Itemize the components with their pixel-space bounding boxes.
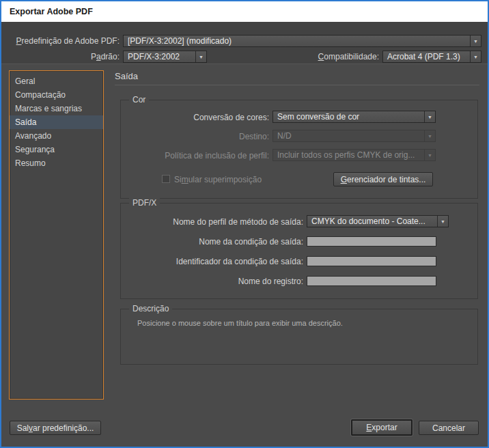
chevron-down-icon: ▼ (437, 216, 448, 227)
chevron-down-icon: ▼ (470, 51, 481, 62)
pdfx-group-legend: PDF/X (129, 198, 160, 208)
chevron-down-icon: ▼ (195, 51, 206, 62)
adobe-pdf-preset-select[interactable]: [PDF/X-3:2002] (modificado) ▼ (123, 35, 481, 47)
registry-name-label: Nome do registro: (128, 275, 303, 288)
standard-select[interactable]: PDF/X-3:2002 ▼ (123, 51, 207, 63)
simulate-overprint-label: Simular superimposição (174, 173, 262, 186)
standard-value: PDF/X-3:2002 (124, 51, 195, 62)
save-preset-button[interactable]: Salvar predefinição... (10, 421, 101, 435)
output-intent-profile-select[interactable]: CMYK do documento - Coate... ▼ (307, 215, 449, 227)
profile-inclusion-policy-select: Incluir todos os perfis CMYK de orig... … (273, 149, 436, 161)
chevron-down-icon: ▼ (424, 150, 435, 160)
sidebar-item-seguranca[interactable]: Segurança (10, 143, 103, 156)
dialog-titlebar: Exportar Adobe PDF (1, 1, 488, 22)
color-group: Cor Conversão de cores: Sem conversão de… (120, 100, 478, 199)
destination-select: N/D ▼ (273, 130, 436, 142)
cancel-button[interactable]: Cancelar (419, 421, 479, 435)
section-divider (115, 85, 479, 85)
sidebar-item-resumo[interactable]: Resumo (10, 156, 103, 170)
compatibility-value: Acrobat 4 (PDF 1.3) (383, 51, 470, 62)
sidebar-item-geral[interactable]: Geral (10, 74, 103, 88)
color-group-legend: Cor (129, 95, 149, 105)
sidebar-item-saida[interactable]: Saída (10, 115, 103, 129)
compatibility-select[interactable]: Acrobat 4 (PDF 1.3) ▼ (382, 51, 481, 63)
sidebar-item-avancado[interactable]: Avançado (10, 129, 103, 143)
profile-inclusion-policy-value: Incluir todos os perfis CMYK de orig... (273, 150, 424, 160)
output-condition-id-label: Identificador da condição de saída: (128, 255, 303, 268)
output-condition-name-label: Nome da condição de saída: (128, 236, 303, 248)
preset-label: Predefinição de Adobe PDF: (7, 35, 120, 47)
destination-label: Destino: (128, 130, 269, 143)
description-group-legend: Descrição (129, 304, 172, 314)
settings-category-list: Geral Compactação Marcas e sangrias Saíd… (9, 70, 104, 400)
description-text: Posicione o mouse sobre um título para e… (137, 319, 343, 327)
chevron-down-icon: ▼ (470, 36, 481, 46)
simulate-overprint-checkbox (162, 175, 170, 183)
ink-manager-button[interactable]: Gerenciador de tintas... (333, 172, 433, 186)
color-conversion-select[interactable]: Sem conversão de cor ▼ (273, 111, 436, 123)
output-condition-name-input[interactable] (307, 236, 436, 247)
output-intent-profile-value: CMYK do documento - Coate... (307, 216, 437, 227)
output-intent-profile-label: Nome do perfil de método de saída: (128, 216, 303, 228)
dialog-title: Exportar Adobe PDF (10, 1, 93, 22)
export-button[interactable]: Exportar (351, 419, 413, 436)
chevron-down-icon: ▼ (424, 130, 435, 141)
color-conversion-label: Conversão de cores: (128, 111, 269, 124)
adobe-pdf-preset-value: [PDF/X-3:2002] (modificado) (124, 36, 470, 46)
pdfx-group: PDF/X Nome do perfil de método de saída:… (120, 203, 478, 299)
sidebar-item-compactacao[interactable]: Compactação (10, 88, 103, 102)
export-pdf-dialog: Exportar Adobe PDF Predefinição de Adobe… (0, 0, 489, 448)
description-group: Descrição Posicione o mouse sobre um tít… (120, 309, 478, 365)
chevron-down-icon: ▼ (424, 111, 435, 122)
profile-inclusion-policy-label: Política de inclusão de perfil: (128, 150, 269, 162)
registry-name-input[interactable] (307, 276, 436, 286)
output-condition-id-input[interactable] (307, 256, 436, 266)
destination-value: N/D (273, 130, 424, 141)
compatibility-label: Compatibilidade: (273, 51, 379, 63)
standard-label: Padrão: (7, 51, 120, 63)
sidebar-item-marcas-e-sangrias[interactable]: Marcas e sangrias (10, 102, 103, 115)
page-title: Saída (115, 71, 138, 81)
color-conversion-value: Sem conversão de cor (273, 111, 424, 122)
